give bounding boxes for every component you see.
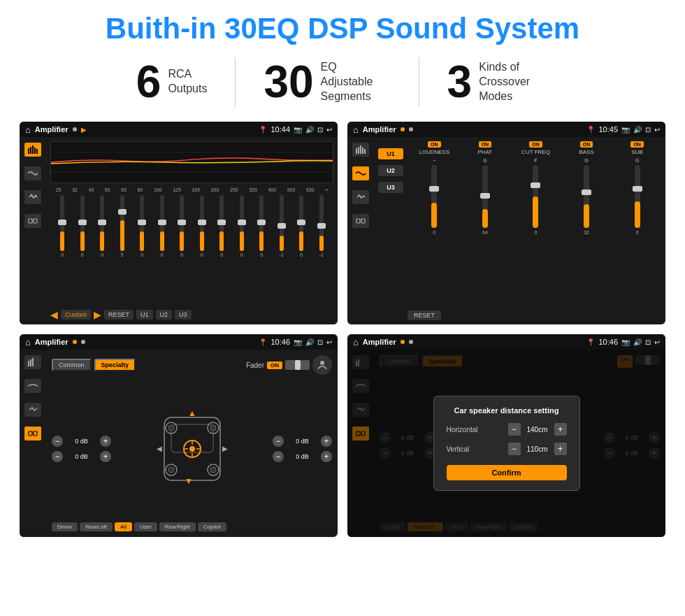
eq-u3-btn[interactable]: U3: [175, 310, 192, 320]
stat-number-rca: 6: [136, 59, 161, 104]
sidebar-icon-1-cr[interactable]: [352, 143, 369, 157]
fader-on-badge[interactable]: ON: [267, 361, 282, 369]
preset-u3[interactable]: U3: [378, 182, 403, 193]
screen-content-dist: Common Specialty ON −0 dB+ −0 dB+: [347, 350, 665, 537]
dialog-horizontal-minus[interactable]: −: [508, 423, 521, 436]
eq-slider-2[interactable]: 0: [93, 195, 112, 257]
dialog-vertical-plus[interactable]: +: [554, 443, 567, 455]
ch-on-bass[interactable]: ON: [580, 141, 593, 148]
svg-point-30: [189, 446, 195, 452]
eq-slider-9[interactable]: 0: [233, 195, 252, 257]
fader-content: Common Specialty Fader ON: [46, 350, 338, 537]
status-left-eq: ⌂ Amplifier ▶: [25, 124, 87, 135]
freq-125: 125: [173, 187, 181, 192]
status-title-dist: Amplifier: [363, 338, 396, 346]
eq-slider-13[interactable]: -1: [312, 195, 331, 257]
sidebar-icon-1-eq[interactable]: [24, 143, 41, 157]
eq-slider-4[interactable]: 0: [133, 195, 152, 257]
ch-on-loudness[interactable]: ON: [428, 141, 441, 148]
freq-32: 32: [72, 187, 78, 192]
sidebar-icon-4-eq[interactable]: [24, 214, 41, 228]
sidebar-fader: [20, 350, 46, 537]
eq-slider-12[interactable]: 0: [292, 195, 311, 257]
back-icon-eq: ↩: [326, 126, 332, 134]
sidebar-icon-4-cr[interactable]: [352, 214, 369, 228]
sidebar-icon-3-fader[interactable]: [24, 403, 41, 417]
eq-slider-1[interactable]: 0: [73, 195, 92, 257]
svg-rect-16: [360, 145, 361, 154]
stat-number-crossover: 3: [447, 59, 473, 104]
eq-content: 25 32 40 50 63 80 100 125 160 200 250 32…: [46, 137, 338, 324]
db-minus-4[interactable]: −: [273, 451, 284, 462]
eq-next-icon[interactable]: ▶: [94, 309, 101, 320]
sidebar-icon-1-fader[interactable]: [24, 355, 41, 369]
eq-slider-6[interactable]: 0: [173, 195, 192, 257]
preset-u2[interactable]: U2: [378, 165, 403, 176]
sidebar-eq: [20, 137, 46, 324]
btn-user[interactable]: User: [134, 522, 157, 531]
dialog-horizontal-plus[interactable]: +: [554, 423, 567, 436]
eq-u2-btn[interactable]: U2: [156, 310, 173, 320]
eq-slider-10[interactable]: 0: [252, 195, 271, 257]
eq-slider-5[interactable]: 0: [153, 195, 172, 257]
eq-prev-icon[interactable]: ◀: [50, 309, 58, 320]
btn-copilot[interactable]: Copilot: [198, 522, 226, 531]
ch-on-cutfreq[interactable]: ON: [529, 141, 542, 148]
sidebar-icon-4-fader[interactable]: [24, 427, 41, 440]
sidebar-icon-2-cr[interactable]: [352, 166, 369, 180]
status-right-cr: 📍 10:45 📷 🔊 ⊡ ↩: [586, 125, 660, 134]
ch-on-phat[interactable]: ON: [479, 141, 492, 148]
eq-u1-btn[interactable]: U1: [136, 310, 153, 320]
dialog-vertical-label: Vertical: [447, 445, 470, 453]
fader-person-icon: [312, 355, 332, 375]
db-val-2: 0 dB: [65, 453, 98, 460]
screen-content-cr: U1 U2 U3 ON LOUDNESS ON: [347, 137, 665, 324]
dialog-vertical-minus[interactable]: −: [508, 443, 521, 455]
eq-slider-3[interactable]: 5: [113, 195, 132, 257]
db-plus-2[interactable]: +: [100, 451, 111, 462]
fader-main-area: − 0 dB + − 0 dB +: [52, 379, 332, 518]
svg-rect-21: [28, 361, 29, 366]
eq-slider-7[interactable]: 0: [193, 195, 212, 257]
box-icon-cr: ⊡: [645, 126, 651, 134]
crossover-channels: ON LOUDNESS ON PHAT ON CUT FREQ: [408, 141, 661, 320]
stats-row: 6 RCAOutputs 30 EQ AdjustableSegments 3 …: [20, 57, 665, 106]
channel-sliders: ~ 0 G: [408, 158, 661, 305]
eq-slider-11[interactable]: -1: [273, 195, 291, 257]
dialog-horizontal-control: − 140cm +: [508, 423, 567, 436]
db-plus-3[interactable]: +: [321, 436, 332, 447]
db-minus-3[interactable]: −: [273, 436, 284, 447]
crossover-reset-btn[interactable]: RESET: [408, 310, 441, 320]
vol-icon-eq: 🔊: [305, 126, 314, 134]
svg-point-5: [31, 194, 33, 196]
confirm-button[interactable]: Confirm: [447, 465, 567, 480]
eq-reset-btn[interactable]: RESET: [104, 310, 134, 320]
fader-slider[interactable]: [285, 360, 310, 370]
db-minus-2[interactable]: −: [52, 451, 63, 462]
eq-slider-0[interactable]: 0: [53, 195, 72, 257]
sidebar-icon-2-eq[interactable]: [24, 166, 41, 180]
btn-rearright[interactable]: RearRight: [159, 522, 196, 531]
btn-rearleft[interactable]: RearLeft: [80, 522, 113, 531]
btn-all[interactable]: All: [115, 522, 132, 531]
ch-on-sub[interactable]: ON: [630, 141, 644, 148]
tab-common[interactable]: Common: [52, 359, 92, 371]
stat-number-eq: 30: [264, 59, 313, 104]
tab-specialty[interactable]: Specialty: [94, 359, 136, 371]
svg-rect-24: [29, 431, 32, 436]
vol-icon-cr: 🔊: [633, 126, 642, 134]
preset-u1[interactable]: U1: [378, 148, 403, 159]
back-icon-cr: ↩: [654, 126, 660, 134]
db-minus-1[interactable]: −: [52, 436, 63, 447]
db-plus-1[interactable]: +: [100, 436, 111, 447]
sidebar-icon-3-eq[interactable]: [24, 190, 41, 204]
sidebar-cr: [347, 137, 374, 324]
freq-expand[interactable]: »: [325, 187, 328, 192]
sidebar-icon-2-fader[interactable]: [24, 379, 41, 393]
svg-point-36: [168, 425, 174, 431]
status-time-eq: 10:44: [271, 125, 290, 134]
btn-driver[interactable]: Driver: [52, 522, 78, 531]
sidebar-icon-3-cr[interactable]: [352, 190, 369, 204]
db-plus-4[interactable]: +: [321, 451, 332, 462]
eq-slider-8[interactable]: 0: [212, 195, 231, 257]
